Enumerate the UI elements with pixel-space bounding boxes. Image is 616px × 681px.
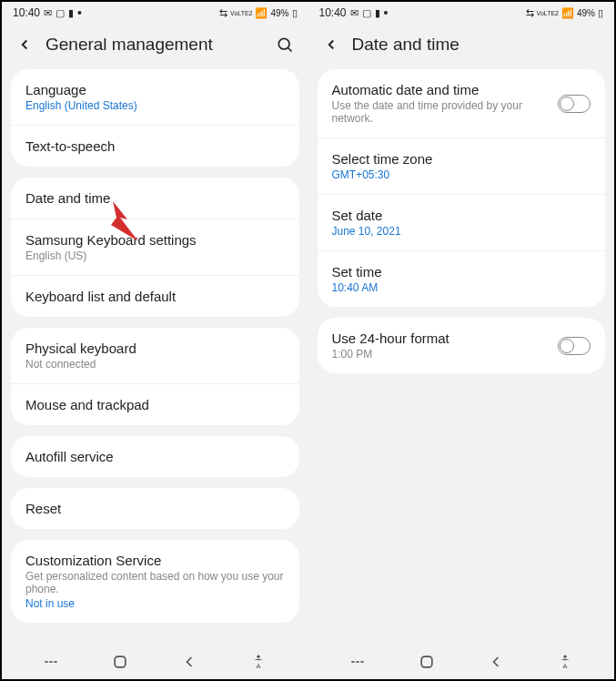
card-datetime-group: Date and time Samsung Keyboard settings …: [11, 178, 299, 317]
home-icon[interactable]: [418, 653, 436, 671]
phone-date-and-time: 10:40 ✉ ▢ ▮ • ⇆ VoLTE2 📶 49% ▯ Date and …: [308, 2, 615, 679]
wifi-icon: ⇆: [526, 7, 534, 19]
image-icon: ▢: [362, 7, 371, 19]
status-time: 10:40: [319, 6, 347, 19]
svg-line-1: [288, 48, 291, 52]
page-title: General management: [45, 35, 263, 55]
search-icon[interactable]: [276, 36, 294, 54]
more-dot: •: [77, 5, 82, 20]
back-icon[interactable]: [323, 36, 339, 53]
lte-icon: VoLTE2: [230, 10, 252, 16]
battery-icon: ▯: [292, 7, 298, 19]
card-customization-group: Customization Service Get personalized c…: [11, 540, 299, 623]
row-date-and-time[interactable]: Date and time: [11, 178, 299, 219]
row-24h-format[interactable]: Use 24-hour format 1:00 PM: [318, 318, 606, 373]
image-icon: ▢: [56, 7, 65, 19]
row-language[interactable]: Language English (United States): [11, 69, 299, 126]
card-autofill-group: Autofill service: [11, 436, 299, 477]
battery-percent: 49%: [270, 8, 288, 18]
notification-icon: ✉: [44, 7, 52, 19]
row-reset[interactable]: Reset: [11, 488, 299, 529]
signal-icon: 📶: [255, 7, 268, 19]
accessibility-icon[interactable]: [249, 653, 268, 671]
toggle-auto-datetime[interactable]: [558, 95, 591, 113]
nav-bar: [308, 643, 615, 679]
nav-back-icon[interactable]: [487, 653, 505, 671]
more-dot: •: [384, 5, 389, 20]
header: Date and time: [308, 24, 615, 69]
row-auto-datetime[interactable]: Automatic date and time Use the date and…: [318, 69, 606, 138]
row-physical-keyboard[interactable]: Physical keyboard Not connected: [11, 328, 299, 384]
battery-icon: ▯: [598, 7, 603, 19]
svg-point-0: [278, 38, 289, 49]
card-24h-format: Use 24-hour format 1:00 PM: [318, 318, 606, 373]
svg-rect-5: [115, 656, 126, 667]
nav-bar: [2, 643, 308, 679]
card-datetime-settings: Automatic date and time Use the date and…: [318, 69, 606, 307]
lte-icon: VoLTE2: [537, 10, 559, 16]
svg-point-11: [563, 656, 566, 658]
wifi-icon: ⇆: [219, 7, 227, 19]
recents-icon[interactable]: [348, 653, 367, 671]
battery-small-icon: ▮: [68, 7, 74, 19]
row-keyboard-settings[interactable]: Samsung Keyboard settings English (US): [11, 219, 299, 276]
recents-icon[interactable]: [42, 653, 60, 671]
home-icon[interactable]: [111, 653, 129, 671]
row-tts[interactable]: Text-to-speech: [11, 126, 299, 167]
signal-icon: 📶: [561, 7, 574, 19]
battery-small-icon: ▮: [375, 7, 380, 19]
card-language-group: Language English (United States) Text-to…: [11, 69, 299, 167]
toggle-24h-format[interactable]: [558, 337, 591, 355]
row-timezone[interactable]: Select time zone GMT+05:30: [318, 138, 606, 195]
card-reset-group: Reset: [11, 488, 299, 529]
row-keyboard-list[interactable]: Keyboard list and default: [11, 276, 299, 317]
notification-icon: ✉: [350, 7, 358, 19]
status-bar: 10:40 ✉ ▢ ▮ • ⇆ VoLTE2 📶 49% ▯: [308, 2, 615, 24]
row-set-time[interactable]: Set time 10:40 AM: [318, 251, 606, 307]
back-icon[interactable]: [16, 36, 33, 53]
card-physical-group: Physical keyboard Not connected Mouse an…: [11, 328, 299, 425]
phone-general-management: 10:40 ✉ ▢ ▮ • ⇆ VoLTE2 📶 49% ▯ General m…: [2, 2, 308, 679]
svg-point-6: [258, 656, 260, 658]
status-bar: 10:40 ✉ ▢ ▮ • ⇆ VoLTE2 📶 49% ▯: [2, 2, 308, 24]
content-scroll[interactable]: Language English (United States) Text-to…: [2, 69, 308, 643]
accessibility-icon[interactable]: [556, 653, 574, 671]
content-scroll[interactable]: Automatic date and time Use the date and…: [308, 69, 615, 643]
page-title: Date and time: [352, 35, 601, 55]
row-set-date[interactable]: Set date June 10, 2021: [318, 195, 606, 251]
status-time: 10:40: [13, 6, 40, 19]
svg-rect-10: [421, 656, 432, 667]
nav-back-icon[interactable]: [180, 653, 198, 671]
row-mouse-trackpad[interactable]: Mouse and trackpad: [11, 384, 299, 425]
row-customization[interactable]: Customization Service Get personalized c…: [11, 540, 299, 623]
row-autofill[interactable]: Autofill service: [11, 436, 299, 477]
battery-percent: 49%: [577, 8, 595, 18]
header: General management: [2, 24, 308, 69]
